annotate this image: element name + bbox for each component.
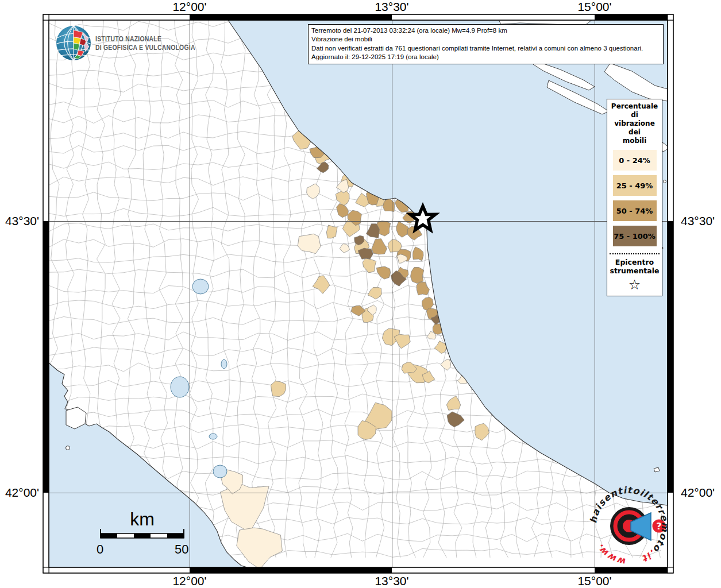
lat-label-right-4330: 43°30' [681, 214, 715, 228]
lat-label-right-42: 42°00' [681, 486, 715, 500]
legend-epicenter-l2: strumentale [607, 266, 662, 275]
ingv-name: ISTITUTO NAZIONALE DI GEOFISICA E VULCAN… [95, 34, 195, 52]
lat-label-left-42: 42°00' [5, 486, 39, 500]
legend-class-0-24: 0 - 24% [613, 150, 657, 171]
ingv-name-line1: ISTITUTO NAZIONALE [95, 34, 195, 43]
giglio-island [66, 446, 70, 450]
legend-title-l2: di [607, 111, 662, 119]
lon-label-bot-12: 12°00' [172, 574, 206, 588]
legend-title-l1: Percentuale [607, 102, 662, 111]
ingv-globe-icon [56, 25, 91, 61]
ingv-name-line2: DI GEOFISICA E VULCANOLOGIA [95, 43, 195, 52]
legend-epicenter-l1: Epicentro [607, 258, 662, 266]
scale-end-label: 50 [175, 542, 188, 557]
lon-label-top-1330: 13°30' [375, 0, 408, 14]
legend-title-l3: vibrazione [607, 119, 662, 128]
legend-class-75-100: 75 - 100% [613, 226, 657, 246]
lon-label-top-12: 12°00' [172, 0, 206, 14]
legend: Percentuale di vibrazione dei mobili 0 -… [607, 99, 662, 296]
ingv-logo: ISTITUTO NAZIONALE DI GEOFISICA E VULCAN… [56, 25, 220, 61]
legend-title-l4: dei [607, 128, 662, 137]
lon-label-top-15: 15°00' [577, 0, 611, 14]
event-note: Dati non verificati estratti da 761 ques… [311, 44, 660, 53]
legend-title-l5: mobili [607, 137, 662, 145]
event-subtitle: Vibrazione dei mobili [311, 35, 660, 44]
legend-divider [610, 253, 660, 254]
lon-label-bot-1330: 13°30' [375, 574, 408, 588]
lat-label-left-4330: 43°30' [5, 214, 39, 228]
legend-class-50-74: 50 - 74% [613, 200, 657, 221]
legend-class-25-49: 25 - 49% [613, 175, 657, 196]
epicenter-star-icon: ☆ [607, 277, 662, 292]
scale-start-label: 0 [97, 542, 103, 557]
scale-unit-label: km [115, 509, 169, 530]
lon-label-bot-15: 15°00' [577, 574, 611, 588]
event-title: Terremoto del 21-07-2013 03:32:24 (ora l… [311, 26, 660, 35]
event-updated: Aggiornato il: 29-12-2025 17:19 (ora loc… [311, 53, 660, 61]
ingv-shakemap-page: { "title_box": { "line1": "Terremoto del… [0, 0, 721, 588]
event-info-box: Terremoto del 21-07-2013 03:32:24 (ora l… [308, 24, 664, 64]
